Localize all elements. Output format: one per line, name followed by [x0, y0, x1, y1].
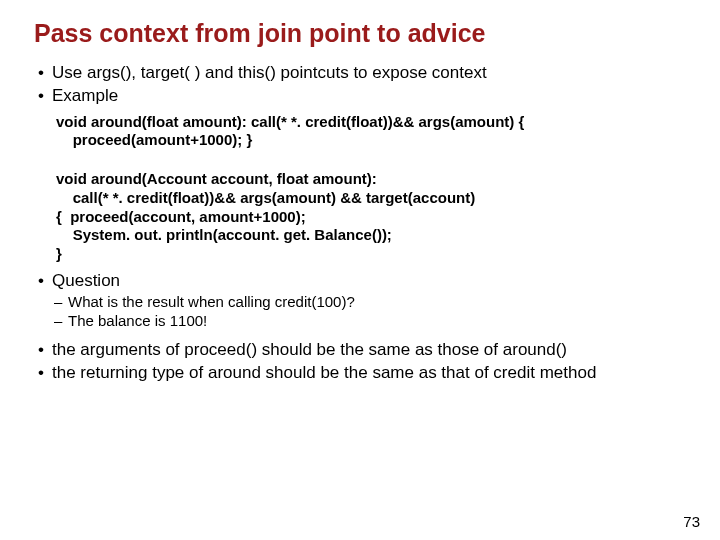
- code-line: { proceed(account, amount+1000);: [56, 208, 692, 227]
- sub-bullet-item: What is the result when calling credit(1…: [54, 293, 692, 312]
- page-number: 73: [683, 513, 700, 530]
- sub-bullet-list: What is the result when calling credit(1…: [28, 293, 692, 331]
- code-line: }: [56, 245, 692, 264]
- code-line: System. out. println(account. get. Balan…: [56, 226, 692, 245]
- bullet-list: Question: [28, 270, 692, 291]
- bullet-list: the arguments of proceed() should be the…: [28, 339, 692, 384]
- bullet-item: the arguments of proceed() should be the…: [38, 339, 692, 360]
- sub-bullet-item: The balance is 1100!: [54, 312, 692, 331]
- code-line: call(* *. credit(float))&& args(amount) …: [56, 189, 692, 208]
- code-line: proceed(amount+1000); }: [56, 131, 692, 150]
- code-block-2: void around(Account account, float amoun…: [28, 166, 692, 270]
- code-line: void around(Account account, float amoun…: [56, 170, 692, 189]
- bullet-item: the returning type of around should be t…: [38, 362, 692, 383]
- bullet-item: Example: [38, 85, 692, 106]
- slide: Pass context from join point to advice U…: [0, 0, 720, 540]
- code-line: void around(float amount): call(* *. cre…: [56, 113, 692, 132]
- slide-title: Pass context from join point to advice: [28, 18, 692, 48]
- bullet-item: Use args(), target( ) and this() pointcu…: [38, 62, 692, 83]
- bullet-item: Question: [38, 270, 692, 291]
- code-block-1: void around(float amount): call(* *. cre…: [28, 109, 692, 157]
- bullet-list: Use args(), target( ) and this() pointcu…: [28, 62, 692, 107]
